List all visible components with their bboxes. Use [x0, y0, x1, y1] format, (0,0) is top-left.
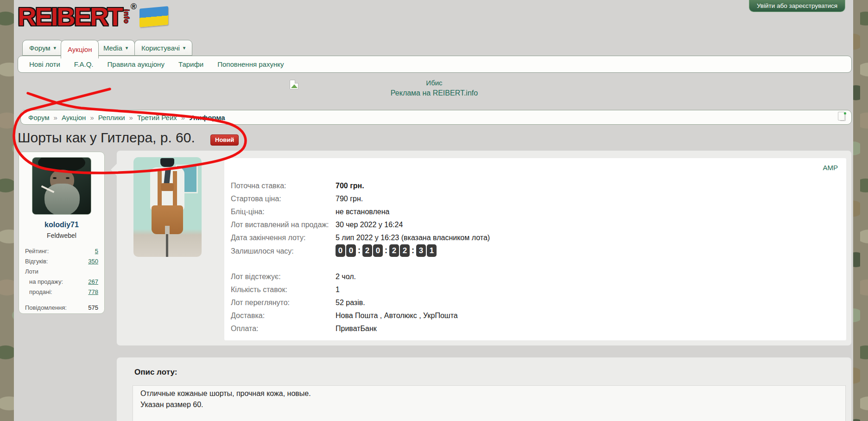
chevron-down-icon: ▾ — [54, 45, 57, 51]
countdown-digit: 0 — [336, 244, 345, 257]
registered-trademark-icon: ® — [131, 2, 137, 12]
stat-row-rating: Рейтинг: 5 — [25, 247, 98, 256]
lot-panel: AMP Поточна ставка: 700 грн. Стартова ці… — [116, 150, 852, 346]
breadcrumb: Форум » Аукціон » Реплики » Третий Рейх … — [20, 110, 852, 125]
avatar-beard — [44, 184, 80, 215]
countdown-row: Залишилося часу: 0 0 : 2 0 : 2 2 : 3 1 — [231, 244, 842, 258]
description-panel: Опис лоту: Отличные кожаные шорты, прочн… — [116, 357, 852, 421]
ad-banner[interactable]: Ибис Реклама на REIBERT.info — [295, 79, 573, 97]
ukraine-flag-icon — [139, 6, 168, 27]
start-price-value: 790 грн. — [336, 195, 363, 203]
delivery-value: Нова Пошта , Автолюкс , УкрПошта — [336, 312, 458, 320]
breadcrumb-replicas[interactable]: Реплики — [98, 114, 125, 121]
chevron-down-icon: ▾ — [183, 45, 186, 51]
stat-label: Відгуків: — [25, 258, 48, 265]
breadcrumb-auction[interactable]: Аукціон — [62, 114, 86, 121]
countdown-digit: 0 — [346, 244, 356, 257]
photo-chest-patch — [161, 183, 174, 191]
stat-value-link[interactable]: 350 — [88, 258, 98, 265]
countdown-digit: 2 — [362, 244, 372, 257]
detail-label: Поточна ставка: — [231, 182, 286, 190]
breadcrumb-current: Униформа — [189, 114, 225, 121]
chevron-down-icon: ▾ — [126, 45, 128, 51]
countdown-digit: 1 — [427, 244, 437, 257]
stat-value-link[interactable]: 778 — [88, 288, 98, 295]
stat-value: 575 — [88, 304, 98, 311]
tab-media[interactable]: Media ▾ — [96, 40, 135, 56]
seller-rank: Feldwebel — [19, 232, 104, 239]
description-heading: Опис лоту: — [134, 368, 177, 377]
login-register-button[interactable]: Увійти або зареєструватися — [749, 0, 845, 12]
page-title: Шорты как у Гитлера, р. 60. — [18, 130, 195, 146]
countdown-colon: : — [412, 246, 414, 255]
detail-label: Стартова ціна: — [231, 195, 281, 203]
avatar-eye — [53, 177, 57, 179]
subnav-faq[interactable]: F.A.Q. — [74, 60, 94, 68]
detail-label: Дата закінчення лоту: — [231, 234, 306, 242]
tab-forum-label: Форум — [29, 44, 51, 52]
detail-label: Лот переглянуто: — [231, 299, 290, 307]
detail-row: Лот виставлений на продаж: 30 чер 2022 у… — [231, 219, 842, 231]
lot-details-box: AMP Поточна ставка: 700 грн. Стартова ці… — [224, 158, 846, 340]
countdown-colon: : — [358, 246, 361, 255]
breadcrumb-forum[interactable]: Форум — [28, 114, 50, 121]
subnav-bar: Нові лоти F.A.Q. Правила аукціону Тарифи… — [18, 56, 852, 73]
subnav-new-lots[interactable]: Нові лоти — [29, 60, 60, 68]
page-copy-icon[interactable] — [840, 113, 846, 121]
photo-stand-pole — [166, 234, 168, 257]
watchers-value: 2 чол. — [336, 273, 356, 281]
detail-row: Лот відстежує: 2 чол. — [231, 271, 842, 283]
amp-link[interactable]: AMP — [823, 164, 838, 172]
payment-value: ПриватБанк — [336, 325, 377, 333]
detail-row: Кількість ставок: 1 — [231, 284, 842, 296]
breadcrumb-separator: » — [129, 114, 133, 121]
detail-row: Поточна ставка: 700 грн. — [231, 180, 842, 192]
detail-label: Оплата: — [231, 325, 258, 333]
tab-auction-label: Аукціон — [68, 45, 92, 53]
tab-forum[interactable]: Форум ▾ — [22, 40, 63, 56]
views-value: 52 разів. — [336, 299, 365, 307]
stat-value-link[interactable]: 5 — [95, 248, 98, 255]
detail-label: Залишилося часу: — [231, 247, 294, 255]
stat-label: продані: — [29, 288, 52, 295]
detail-row: Дата закінчення лоту: 5 лип 2022 у 16:23… — [231, 232, 842, 244]
stat-label: Рейтинг: — [25, 248, 49, 255]
avatar[interactable] — [32, 157, 91, 215]
blitz-price-value: не встановлена — [336, 208, 389, 216]
stat-row-sold: продані: 778 — [25, 287, 98, 297]
logo-text: REIBERT — [18, 3, 122, 31]
stat-label: Повідомлення: — [25, 304, 67, 311]
countdown-digit: 0 — [373, 244, 383, 257]
bid-count-value: 1 — [336, 286, 340, 294]
panel-notch — [111, 164, 117, 176]
ad-title: Ибис — [295, 79, 573, 87]
countdown-colon: : — [385, 246, 387, 255]
countdown-timer: 0 0 : 2 0 : 2 2 : 3 1 — [336, 244, 437, 257]
lot-photo[interactable] — [133, 157, 202, 257]
photo-cap — [160, 158, 174, 167]
subnav-tariffs[interactable]: Тарифи — [178, 60, 203, 68]
subnav-auction-rules[interactable]: Правила аукціону — [108, 60, 165, 68]
listed-date-value: 30 чер 2022 у 16:24 — [336, 221, 403, 229]
stat-label: Лоти — [25, 268, 38, 275]
login-register-label: Увійти або зареєструватися — [757, 2, 837, 9]
stat-row-feedback: Відгуків: 350 — [25, 257, 98, 266]
stat-value-link[interactable]: 267 — [88, 278, 98, 285]
seller-username[interactable]: kolodiy71 — [19, 221, 104, 229]
site-logo[interactable]: REIBERT info ® — [18, 3, 168, 31]
tab-users[interactable]: Користувачі ▾ — [134, 40, 192, 56]
breadcrumb-third-reich[interactable]: Третий Рейх — [137, 114, 177, 121]
seller-card: kolodiy71 Feldwebel Рейтинг: 5 Відгуків:… — [19, 152, 105, 314]
ad-subtitle: Реклама на REIBERT.info — [295, 89, 573, 97]
stat-row-for-sale: на продажу: 267 — [25, 277, 98, 287]
detail-row: Доставка: Нова Пошта , Автолюкс , УкрПош… — [231, 310, 842, 322]
countdown-digit: 2 — [400, 244, 410, 257]
new-badge: Новий — [210, 134, 239, 146]
page-container: Увійти або зареєструватися REIBERT info … — [14, 0, 853, 421]
detail-row: Бліц-ціна: не встановлена — [231, 206, 842, 218]
description-line: Отличные кожаные шорты, прочная кожа, но… — [140, 389, 311, 398]
tab-auction[interactable]: Аукціон — [61, 40, 99, 58]
subnav-top-up[interactable]: Поповнення рахунку — [217, 60, 284, 68]
breadcrumb-separator: » — [90, 114, 94, 121]
stat-label: на продажу: — [29, 278, 63, 285]
